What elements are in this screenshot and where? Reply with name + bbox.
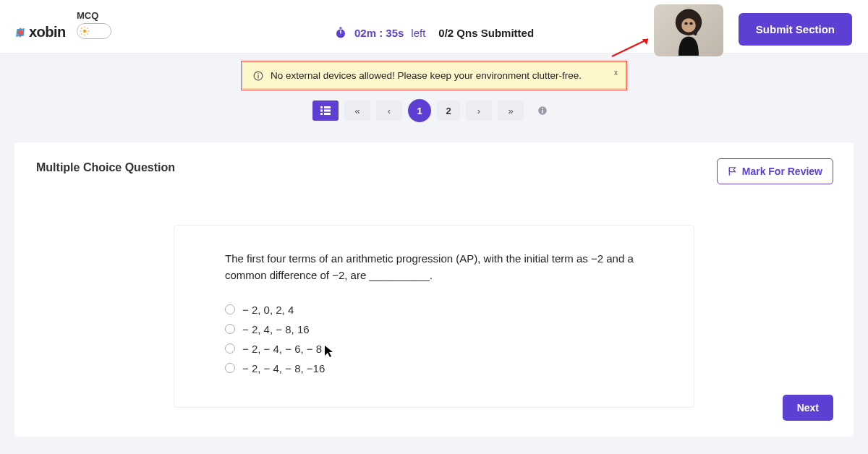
timer-area: 02m : 35s left 0/2 Qns Submitted bbox=[334, 26, 534, 39]
svg-point-20 bbox=[258, 73, 259, 74]
option-2-label: − 2, 4, − 8, 16 bbox=[242, 323, 310, 335]
pager-page-2[interactable]: 2 bbox=[437, 100, 460, 121]
svg-rect-14 bbox=[684, 22, 687, 25]
svg-rect-25 bbox=[324, 110, 331, 112]
svg-point-29 bbox=[542, 108, 543, 109]
info-circle-icon bbox=[537, 106, 548, 116]
stopwatch-icon bbox=[334, 26, 347, 39]
flag-icon bbox=[728, 166, 738, 176]
section-label: MCQ bbox=[77, 10, 98, 21]
submit-section-button[interactable]: Submit Section bbox=[739, 13, 852, 46]
option-4-label: − 2, − 4, − 8, −16 bbox=[242, 362, 325, 374]
svg-rect-30 bbox=[542, 110, 542, 113]
pager-first-button[interactable]: « bbox=[344, 100, 370, 121]
question-type-title: Multiple Choice Question bbox=[36, 161, 832, 174]
option-3[interactable]: − 2, − 4, − 6, − 8 bbox=[225, 339, 643, 359]
info-icon bbox=[253, 71, 263, 81]
svg-rect-24 bbox=[320, 110, 323, 112]
svg-rect-10 bbox=[339, 27, 341, 29]
brand-mark-icon bbox=[14, 27, 26, 38]
pager-grid-button[interactable] bbox=[312, 100, 339, 121]
pager-next-button[interactable]: › bbox=[466, 100, 492, 121]
radio-icon bbox=[225, 324, 235, 334]
alert-text: No external devices allowed! Please keep… bbox=[271, 70, 582, 81]
pager-page-1[interactable]: 1 bbox=[408, 99, 431, 122]
svg-rect-11 bbox=[340, 30, 341, 34]
option-1[interactable]: − 2, 0, 2, 4 bbox=[225, 300, 643, 320]
svg-rect-26 bbox=[320, 113, 323, 115]
svg-line-8 bbox=[88, 27, 88, 28]
question-body: The first four terms of an arithmetic pr… bbox=[174, 225, 694, 408]
svg-point-13 bbox=[681, 18, 696, 33]
svg-line-6 bbox=[88, 34, 88, 35]
svg-line-5 bbox=[81, 27, 82, 28]
questions-submitted: 0/2 Qns Submitted bbox=[438, 27, 534, 39]
mark-label: Mark For Review bbox=[742, 166, 822, 177]
annotation-arrow-icon bbox=[610, 36, 654, 58]
question-text: The first four terms of an arithmetic pr… bbox=[225, 250, 643, 284]
webcam-preview bbox=[654, 4, 723, 56]
svg-rect-27 bbox=[324, 113, 331, 115]
svg-line-17 bbox=[612, 39, 648, 56]
pager-prev-button[interactable]: ‹ bbox=[376, 100, 402, 121]
timer-suffix: left bbox=[411, 27, 425, 39]
person-avatar-icon bbox=[663, 5, 714, 56]
grid-icon bbox=[320, 106, 331, 115]
radio-icon bbox=[225, 304, 235, 314]
option-2[interactable]: − 2, 4, − 8, 16 bbox=[225, 320, 643, 339]
svg-rect-23 bbox=[324, 106, 331, 108]
sun-icon bbox=[80, 26, 90, 36]
alert-close-button[interactable]: x bbox=[614, 69, 618, 77]
pager-info-button[interactable] bbox=[529, 100, 556, 121]
svg-rect-22 bbox=[320, 106, 323, 108]
svg-point-0 bbox=[83, 30, 87, 33]
alert-banner: No external devices allowed! Please keep… bbox=[241, 61, 627, 90]
theme-toggle[interactable] bbox=[77, 23, 111, 39]
pager-last-button[interactable]: » bbox=[498, 100, 524, 121]
next-button[interactable]: Next bbox=[783, 395, 833, 421]
svg-line-7 bbox=[81, 34, 82, 35]
brand-logo: xobin bbox=[14, 24, 66, 40]
timer-value: 02m : 35s bbox=[354, 27, 404, 39]
radio-icon bbox=[225, 343, 235, 354]
mark-for-review-button[interactable]: Mark For Review bbox=[717, 158, 833, 184]
app-header: MCQ xobin 02m : 35s left 0/2 Qns Submitt… bbox=[0, 0, 868, 53]
option-4[interactable]: − 2, − 4, − 8, −16 bbox=[225, 359, 643, 378]
radio-icon bbox=[225, 363, 235, 373]
svg-rect-21 bbox=[258, 74, 258, 78]
brand-name: xobin bbox=[29, 24, 66, 40]
svg-rect-15 bbox=[689, 22, 692, 25]
question-card: Multiple Choice Question Mark For Review… bbox=[14, 142, 854, 437]
option-3-label: − 2, − 4, − 6, − 8 bbox=[242, 343, 322, 355]
question-pager: « ‹ 1 2 › » bbox=[0, 99, 868, 122]
option-1-label: − 2, 0, 2, 4 bbox=[242, 304, 294, 316]
